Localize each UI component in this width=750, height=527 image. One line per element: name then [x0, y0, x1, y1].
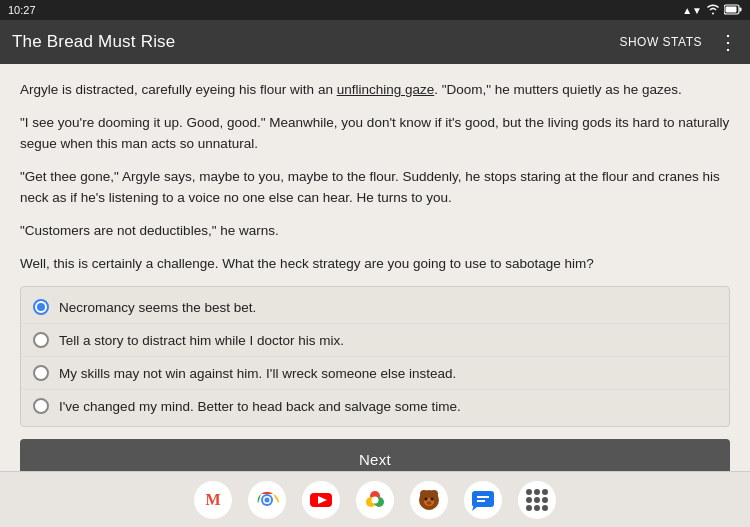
svg-point-11 — [372, 496, 379, 503]
photos-icon — [362, 487, 388, 513]
svg-point-18 — [431, 497, 434, 500]
choice-1[interactable]: Necromancy seems the best bet. — [21, 291, 729, 324]
bear-icon — [415, 486, 443, 514]
app-bar-actions: SHOW STATS ⋮ — [619, 32, 738, 52]
choice-4-label: I've changed my mind. Better to head bac… — [59, 399, 461, 414]
wifi-icon — [706, 4, 720, 17]
svg-point-16 — [427, 501, 432, 505]
nav-bear[interactable] — [410, 481, 448, 519]
radio-1[interactable] — [33, 299, 49, 315]
svg-point-5 — [265, 497, 270, 502]
chrome-icon — [254, 487, 280, 513]
show-stats-button[interactable]: SHOW STATS — [619, 35, 702, 49]
choice-1-label: Necromancy seems the best bet. — [59, 300, 256, 315]
choice-3-label: My skills may not win against him. I'll … — [59, 366, 456, 381]
battery-icon — [724, 4, 742, 17]
story-paragraph-1: Argyle is distracted, carefully eyeing h… — [20, 80, 730, 101]
choice-2-label: Tell a story to distract him while I doc… — [59, 333, 344, 348]
nav-messages[interactable] — [464, 481, 502, 519]
status-bar: 10:27 ▲▼ — [0, 0, 750, 20]
story-paragraph-3: "Get thee gone," Argyle says, maybe to y… — [20, 167, 730, 209]
svg-point-17 — [425, 497, 428, 500]
svg-point-14 — [430, 490, 438, 498]
youtube-icon — [308, 487, 334, 513]
svg-rect-2 — [726, 6, 737, 12]
app-title: The Bread Must Rise — [12, 32, 175, 52]
nav-chrome[interactable] — [248, 481, 286, 519]
messages-icon — [470, 487, 496, 513]
nav-photos[interactable] — [356, 481, 394, 519]
next-button[interactable]: Next — [20, 439, 730, 471]
status-time: 10:27 — [8, 4, 36, 16]
radio-2[interactable] — [33, 332, 49, 348]
choice-2[interactable]: Tell a story to distract him while I doc… — [21, 324, 729, 357]
bottom-nav: M — [0, 471, 750, 527]
radio-inner-1 — [37, 303, 45, 311]
signal-icon: ▲▼ — [682, 5, 702, 16]
choice-3[interactable]: My skills may not win against him. I'll … — [21, 357, 729, 390]
story-paragraph-5: Well, this is certainly a challenge. Wha… — [20, 254, 730, 275]
nav-youtube[interactable] — [302, 481, 340, 519]
app-bar: The Bread Must Rise SHOW STATS ⋮ — [0, 20, 750, 64]
svg-point-13 — [420, 490, 428, 498]
nav-apps[interactable] — [518, 481, 556, 519]
svg-rect-19 — [472, 491, 494, 507]
choices-container: Necromancy seems the best bet. Tell a st… — [20, 286, 730, 427]
svg-rect-1 — [740, 7, 742, 11]
nav-gmail[interactable]: M — [194, 481, 232, 519]
radio-3[interactable] — [33, 365, 49, 381]
choice-4[interactable]: I've changed my mind. Better to head bac… — [21, 390, 729, 422]
story-paragraphs: Argyle is distracted, carefully eyeing h… — [20, 80, 730, 274]
story-paragraph-4: "Customers are not deductibles," he warn… — [20, 221, 730, 242]
main-content: Argyle is distracted, carefully eyeing h… — [0, 64, 750, 471]
story-paragraph-2: "I see you're dooming it up. Good, good.… — [20, 113, 730, 155]
radio-4[interactable] — [33, 398, 49, 414]
overflow-menu-icon[interactable]: ⋮ — [718, 32, 738, 52]
apps-grid-icon — [526, 489, 548, 511]
status-icons: ▲▼ — [682, 4, 742, 17]
